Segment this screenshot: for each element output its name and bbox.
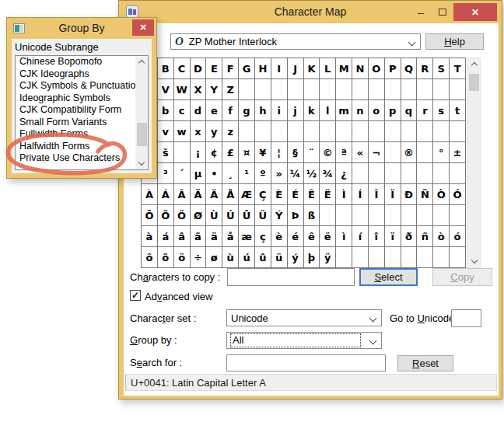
char-cell[interactable]: V [158,79,174,100]
char-cell[interactable]: N [352,58,369,79]
char-cell[interactable] [417,247,433,268]
char-cell[interactable]: h [255,100,271,121]
char-cell[interactable]: ä [206,226,222,247]
char-cell[interactable]: î [369,226,385,247]
char-cell[interactable] [433,247,450,268]
char-cell[interactable]: ® [401,142,418,163]
char-cell[interactable]: ì [336,226,352,247]
char-cell[interactable]: D [191,58,207,79]
char-cell[interactable]: ã [191,226,207,247]
char-cell[interactable]: Ð [401,184,418,205]
select-button[interactable]: Select [359,268,418,286]
char-cell[interactable] [288,121,304,142]
char-cell[interactable] [255,79,271,100]
char-cell[interactable] [369,79,385,100]
char-cell[interactable]: Å [222,184,239,205]
char-cell[interactable] [369,205,385,226]
minimize-button[interactable]: – [410,3,432,21]
char-cell[interactable]: å [222,226,239,247]
char-cell[interactable] [450,163,466,184]
char-cell[interactable] [336,79,352,100]
char-cell[interactable]: ç [255,226,271,247]
char-cell[interactable] [401,205,418,226]
char-cell[interactable] [401,247,418,268]
char-cell[interactable]: À [142,184,158,205]
char-cell[interactable]: I [271,58,288,79]
dialog-close-button[interactable]: ✕ [132,19,154,36]
char-cell[interactable]: Ù [206,205,222,226]
scrollbar-thumb[interactable] [137,123,147,146]
char-cell[interactable] [433,163,450,184]
list-item[interactable]: Private Use Characters [16,152,148,165]
char-cell[interactable] [255,121,271,142]
char-cell[interactable]: b [158,100,174,121]
char-cell[interactable]: Õ [158,205,174,226]
char-cell[interactable]: ê [304,226,320,247]
char-cell[interactable] [271,79,288,100]
list-item[interactable]: Fullwidth Forms [16,128,148,141]
scroll-up-button[interactable] [135,56,148,68]
char-cell[interactable] [369,247,385,268]
char-cell[interactable] [417,121,433,142]
char-cell[interactable]: Í [352,184,369,205]
char-cell[interactable]: L [320,58,336,79]
char-cell[interactable]: F [222,58,239,79]
char-cell[interactable]: ¾ [320,163,336,184]
char-cell[interactable]: ½ [304,163,320,184]
char-cell[interactable] [385,142,401,163]
char-cell[interactable]: Ì [336,184,352,205]
char-cell[interactable]: T [450,58,466,79]
char-cell[interactable]: q [401,100,418,121]
char-cell[interactable]: ö [174,247,191,268]
char-cell[interactable]: ° [433,142,450,163]
char-cell[interactable]: ¦ [271,142,288,163]
char-cell[interactable]: Ò [433,184,450,205]
char-cell[interactable]: Ç [255,184,271,205]
char-cell[interactable]: y [206,121,222,142]
char-cell[interactable]: ý [288,247,304,268]
list-item[interactable]: Halfwidth Forms [16,141,148,153]
char-cell[interactable]: M [336,58,352,79]
char-cell[interactable]: ô [142,247,158,268]
char-cell[interactable]: © [320,142,336,163]
char-cell[interactable] [369,121,385,142]
group-by-select[interactable]: All [226,332,382,349]
char-cell[interactable]: Ï [385,184,401,205]
char-cell[interactable]: e [206,100,222,121]
unicode-subrange-list[interactable]: Chinese BopomofoCJK IdeographsCJK Symbol… [15,55,149,170]
char-cell[interactable]: f [222,100,239,121]
char-cell[interactable]: x [191,121,207,142]
maximize-button[interactable] [432,3,453,21]
char-cell[interactable]: Â [174,184,191,205]
characters-to-copy-input[interactable] [227,268,355,286]
char-cell[interactable]: õ [158,247,174,268]
char-cell[interactable] [352,79,369,100]
char-cell[interactable]: È [271,184,288,205]
char-cell[interactable]: « [352,142,369,163]
char-cell[interactable] [320,79,336,100]
char-cell[interactable] [239,121,255,142]
char-cell[interactable]: g [239,100,255,121]
char-cell[interactable] [401,121,418,142]
char-cell[interactable]: K [304,58,320,79]
char-cell[interactable] [450,121,466,142]
char-cell[interactable]: ú [239,247,255,268]
character-set-select[interactable]: Unicode [226,309,382,326]
char-cell[interactable] [336,121,352,142]
char-cell[interactable]: O [369,58,385,79]
char-cell[interactable]: § [288,142,304,163]
char-cell[interactable]: ë [320,226,336,247]
char-cell[interactable]: º [255,163,271,184]
scroll-down-button[interactable] [135,158,148,169]
char-cell[interactable]: ¬ [369,142,385,163]
char-cell[interactable]: ß [304,205,320,226]
char-cell[interactable]: m [336,100,352,121]
char-cell[interactable]: c [174,100,191,121]
char-cell[interactable]: ª [336,142,352,163]
list-item[interactable]: Chinese Bopomofo [16,56,148,68]
char-cell[interactable]: H [255,58,271,79]
char-cell[interactable]: ÿ [320,247,336,268]
char-cell[interactable]: Ý [271,205,288,226]
list-item[interactable]: CJK Symbols & Punctuation [16,80,148,92]
char-cell[interactable]: S [433,58,450,79]
